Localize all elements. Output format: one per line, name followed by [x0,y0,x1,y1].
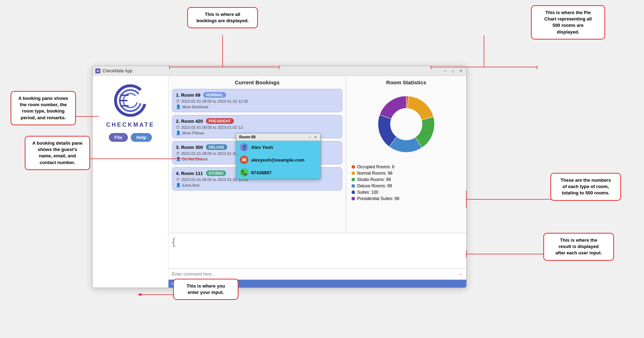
title-bar: M CheckMate App ─ □ ✕ [93,66,466,76]
booking-badge-1: NORMAL [203,92,226,98]
booking-date-1: ⏱ 2023-01-01 08:00 to 2023-01-02 12:00 [176,99,338,103]
phone-icon: 📞 [240,168,248,177]
legend-item-3: Deluxe Rooms: 99 [351,183,461,188]
bookings-panel[interactable]: Current Bookings 1. Room 69 NORMAL ⏱ 202… [169,76,346,233]
popup-minimize-button[interactable]: ─ [308,135,312,139]
clock-icon-1: ⏱ [176,99,180,103]
bookings-title: Current Bookings [172,79,342,85]
remark-icon-4: 👤 [176,183,181,187]
legend-dot-2 [351,178,355,181]
legend-item-1: Normal Rooms: 98 [351,171,461,176]
booking-card-2[interactable]: 2. Room 420 PRESIDENT ⏱ 2023-01-01 08:00… [172,115,342,138]
booking-room-3: 3. Room 300 [176,145,203,150]
stats-title: Room Statistics [351,79,461,85]
app-title: CheckMate App [102,68,132,73]
guest-popup-controls: ─ ✕ [308,135,318,139]
clock-icon-3: ⏱ [176,151,180,156]
logo-text: CHECKMATE [106,122,154,128]
booking-card-1[interactable]: 1. Room 69 NORMAL ⏱ 2023-01-01 08:00 to … [172,89,342,112]
command-input[interactable] [169,268,459,279]
booking-room-1: 1. Room 69 [176,92,200,98]
booking-room-4: 4. Room 111 [176,171,203,176]
guest-name: Alex Yeoh [251,145,273,150]
help-button[interactable]: Help [131,133,152,142]
logo-svg [113,83,148,118]
pie-chart-container [351,89,461,159]
stats-panel: Room Statistics Occupied Rooms: 6Normal … [346,76,466,233]
guest-phone: 87438807 [251,170,272,175]
sidebar-buttons: File Help [109,133,152,142]
booking-remark-4: 👤 Extra Bod [176,183,338,187]
minimize-button[interactable]: ─ [442,68,448,74]
file-button[interactable]: File [109,133,128,142]
callout-booking-pane: A booking pane showsthe room number, the… [11,91,76,125]
main-content: Current Bookings 1. Room 69 NORMAL ⏱ 202… [169,76,466,288]
logo-container [113,83,148,118]
legend-item-5: Presidential Suites: 98 [351,196,461,201]
result-bracket-open: { [172,236,175,247]
clock-icon-2: ⏱ [176,125,180,129]
legend-item-2: Studio Rooms: 99 [351,177,461,182]
legend-label-1: Normal Rooms: 98 [357,171,392,176]
booking-room-2: 2. Room 420 [176,119,203,124]
legend-label-0: Occupied Rooms: 6 [357,164,394,169]
app-body: CHECKMATE File Help Current Bookings 1. … [93,76,466,288]
legend-dot-5 [351,197,355,200]
legend-item-0: Occupied Rooms: 6 [351,164,461,169]
legend-label-2: Studio Rooms: 99 [357,177,391,182]
arrow-icon: ← [459,271,466,277]
legend-dot-3 [351,184,355,188]
result-area: { [169,233,466,268]
callout-booking-details: A booking details paneshows the guest'sn… [25,136,90,170]
command-area[interactable]: ← [169,268,466,280]
legend-label-4: Suites: 100 [357,190,378,195]
guest-popup-title: Room 69 ─ ✕ [236,133,320,141]
callout-room-counts: These are the numbersof each type of roo… [550,173,621,201]
callout-pie: This is where the PieChart representing … [531,5,605,40]
remark-icon-1: 👤 [176,104,181,109]
app-icon: M [95,68,100,73]
callout-bookings: This is where allbookings are displayed. [187,7,258,28]
guest-name-row: 👤 Alex Yeoh [236,141,320,153]
callout-result: This is where theresult is displayedafte… [543,233,614,261]
app-window: M CheckMate App ─ □ ✕ [92,66,467,288]
callout-input: This is where youenter your input. [173,279,238,300]
remark-icon-2: 👤 [176,131,181,135]
legend-dot-1 [351,171,355,175]
guest-phone-row: 📞 87438807 [236,166,320,179]
legend-dot-4 [351,191,355,194]
stats-legend: Occupied Rooms: 6Normal Rooms: 98Studio … [351,164,461,201]
booking-header-1: 1. Room 69 NORMAL [176,92,338,98]
legend-label-3: Deluxe Rooms: 99 [357,183,392,188]
booking-badge-3: DELUXE [206,144,228,150]
guest-popup: Room 69 ─ ✕ 👤 Alex Yeoh [236,133,321,179]
pie-chart [371,89,442,159]
legend-label-5: Presidential Suites: 98 [357,196,399,201]
close-button[interactable]: ✕ [458,68,463,74]
booking-header-2: 2. Room 420 PRESIDENT [176,118,338,124]
guest-email: alexyeoh@example.com [251,157,305,163]
sidebar: CHECKMATE File Help [93,76,169,288]
legend-dot-0 [351,165,355,169]
clock-icon-4: ⏱ [176,177,180,182]
legend-item-4: Suites: 100 [351,190,461,195]
person-icon: 👤 [240,143,248,151]
maximize-button[interactable]: □ [450,68,456,74]
guest-email-row: ✉ alexyeoh@example.com [236,153,320,166]
email-icon: ✉ [240,156,248,164]
booking-remark-1: 👤 More Bodshots [176,104,338,109]
remark-icon-3: 👤 [176,157,181,161]
svg-marker-19 [138,293,141,296]
booking-date-2: ⏱ 2023-01-01 08:00 to 2023-01-02 12: [176,125,338,129]
panels-row: Current Bookings 1. Room 69 NORMAL ⏱ 202… [169,76,466,233]
booking-badge-4: STUDIO [206,170,226,176]
popup-close-button[interactable]: ✕ [313,135,318,139]
title-bar-controls: ─ □ ✕ [442,68,463,74]
booking-badge-2: PRESIDENT [206,118,234,124]
